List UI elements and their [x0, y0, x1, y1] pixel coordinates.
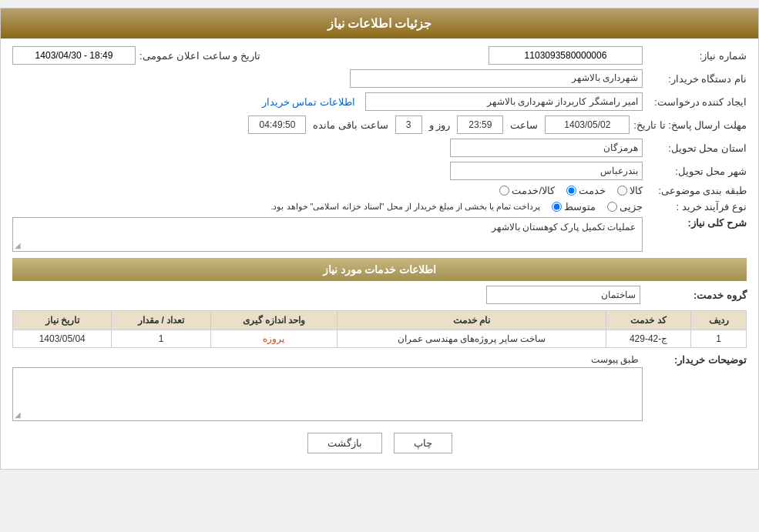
province-label: استان محل تحویل:	[646, 142, 747, 154]
buyer-notes-label: توضیحات خریدار:	[646, 354, 747, 366]
services-table-section: ردیف کد خدمت نام خدمت واحد اندازه گیری ت…	[12, 310, 747, 348]
category-radio-group: کالا خدمت کالا/خدمت	[499, 185, 643, 196]
cell-count: 1	[112, 330, 210, 348]
date-label: تاریخ و ساعت اعلان عمومی:	[139, 50, 260, 62]
deadline-label: مهلت ارسال پاسخ: تا تاریخ:	[633, 119, 747, 131]
deadline-row: مهلت ارسال پاسخ: تا تاریخ: 1403/05/02 سا…	[12, 115, 747, 134]
col-count: تعداد / مقدار	[112, 311, 210, 330]
description-row: شرح کلی نیاز: عملیات تکمیل پارک کوهستان …	[12, 217, 747, 252]
category-kala-khedmat: کالا/خدمت	[499, 185, 555, 196]
purchase-type-row: نوع فرآیند خرید : جزیی متوسط پرداخت تمام…	[12, 201, 747, 212]
province-row: استان محل تحویل: هرمزگان	[12, 139, 747, 157]
table-header-row: ردیف کد خدمت نام خدمت واحد اندازه گیری ت…	[13, 311, 747, 330]
col-date: تاریخ نیاز	[13, 311, 112, 330]
cell-date: 1403/05/04	[13, 330, 112, 348]
deadline-time: 23:59	[468, 119, 492, 130]
category-kala-radio[interactable]	[617, 186, 627, 196]
cell-name: ساخت سایر پروژه‌های مهندسی عمران	[338, 330, 606, 348]
category-kala-khedmat-radio[interactable]	[499, 186, 509, 196]
city-value: بندرعباس	[600, 166, 638, 176]
back-button[interactable]: بازگشت	[307, 433, 382, 453]
service-group-row: گروه خدمت: ساختمان	[12, 286, 747, 304]
description-value: عملیات تکمیل پارک کوهستان بالاشهر	[492, 222, 636, 233]
col-row: ردیف	[691, 311, 747, 330]
buyer-org-value-row: شهرداری بالاشهر	[12, 69, 747, 88]
page-wrapper: جزئیات اطلاعات نیاز شماره نیاز: تاریخ و …	[0, 8, 759, 470]
deadline-days: 3	[406, 119, 411, 130]
purchase-motavasset: متوسط	[552, 201, 596, 212]
city-row: شهر محل تحویل: بندرعباس	[12, 162, 747, 180]
buttons-row: چاپ بازگشت	[12, 433, 747, 453]
province-value: هرمزگان	[603, 142, 638, 153]
category-kala-khedmat-label: کالا/خدمت	[512, 185, 555, 196]
purchase-jozee-label: جزیی	[620, 201, 643, 212]
buyer-org-label: نام دستگاه خریدار:	[646, 73, 747, 85]
need-number-row: شماره نیاز: تاریخ و ساعت اعلان عمومی:	[12, 46, 747, 65]
creator-label: ایجاد کننده درخواست:	[646, 96, 747, 108]
purchase-notice: پرداخت تمام یا بخشی از مبلغ خریدار از مح…	[270, 202, 540, 212]
deadline-remaining-label: ساعت باقی مانده	[313, 119, 388, 131]
description-label: شرح کلی نیاز:	[646, 217, 747, 229]
purchase-radio-group: جزیی متوسط	[552, 201, 643, 212]
cell-row: 1	[691, 330, 747, 348]
deadline-days-label: روز و	[429, 119, 451, 131]
contact-link[interactable]: اطلاعات تماس خریدار	[262, 96, 355, 108]
deadline-date: 1403/05/02	[564, 119, 610, 130]
print-button[interactable]: چاپ	[394, 433, 452, 453]
need-number-input[interactable]	[489, 46, 643, 65]
category-row: طبقه بندی موضوعی: کالا خدمت کالا/خدمت	[12, 185, 747, 196]
purchase-motavasset-radio[interactable]	[552, 202, 562, 212]
category-khedmat-label: خدمت	[579, 185, 606, 196]
purchase-jozee: جزیی	[607, 201, 643, 212]
category-khedmat: خدمت	[566, 185, 606, 196]
buyer-notes-row: توضیحات خریدار: طبق پیوست ◢	[12, 354, 747, 421]
col-code: کد خدمت	[606, 311, 691, 330]
creator-row: ایجاد کننده درخواست: امیر رامشگر کاربردا…	[12, 92, 747, 111]
attachment-label: طبق پیوست	[12, 354, 643, 365]
services-table: ردیف کد خدمت نام خدمت واحد اندازه گیری ت…	[12, 310, 747, 348]
col-name: نام خدمت	[338, 311, 606, 330]
services-section-title: اطلاعات خدمات مورد نیاز	[12, 258, 747, 281]
purchase-motavasset-label: متوسط	[564, 201, 596, 212]
deadline-remaining: 04:49:50	[260, 119, 296, 130]
col-unit: واحد اندازه گیری	[210, 311, 337, 330]
buyer-org-value: شهرداری بالاشهر	[572, 72, 638, 83]
service-group-value: ساختمان	[601, 289, 636, 300]
textarea-resize-handle: ◢	[15, 410, 21, 419]
page-title: جزئیات اطلاعات نیاز	[1, 8, 758, 38]
date-input[interactable]	[12, 46, 136, 65]
service-group-label: گروه خدمت:	[646, 289, 747, 301]
purchase-type-label: نوع فرآیند خرید :	[646, 201, 747, 212]
city-label: شهر محل تحویل:	[646, 166, 747, 177]
cell-code: ج-42-429	[606, 330, 691, 348]
content-area: شماره نیاز: تاریخ و ساعت اعلان عمومی: نا…	[1, 38, 758, 469]
creator-value: امیر رامشگر کاربرداز شهرداری بالاشهر	[487, 96, 638, 107]
cell-unit: پروزه	[210, 330, 337, 348]
resize-handle: ◢	[15, 241, 21, 249]
category-kala-label: کالا	[630, 185, 643, 196]
category-kala: کالا	[617, 185, 643, 196]
deadline-time-label: ساعت	[510, 119, 538, 131]
need-number-label: شماره نیاز:	[646, 50, 747, 62]
table-row: 1 ج-42-429 ساخت سایر پروژه‌های مهندسی عم…	[13, 330, 747, 348]
category-khedmat-radio[interactable]	[566, 186, 576, 196]
category-label: طبقه بندی موضوعی:	[646, 185, 747, 196]
purchase-jozee-radio[interactable]	[607, 202, 617, 212]
